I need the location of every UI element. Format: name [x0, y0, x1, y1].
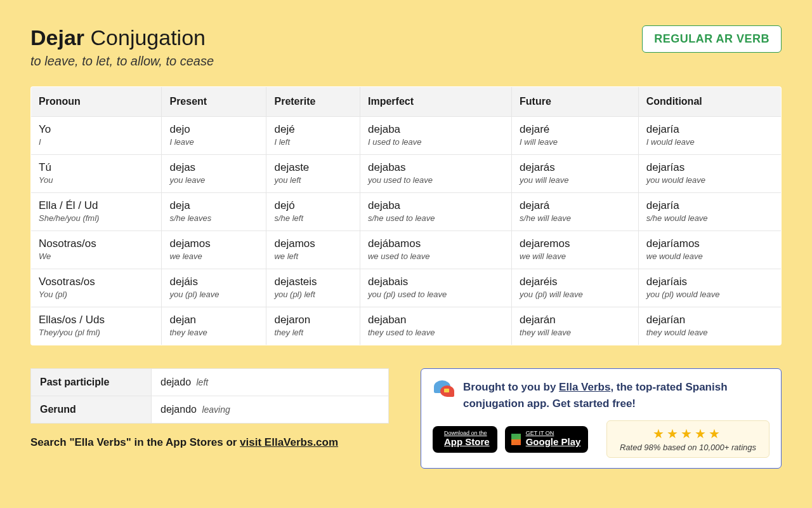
ella-verbs-link[interactable]: Ella Verbs [559, 381, 610, 393]
pronoun-cell: Ella / Él / UdShe/he/you (fml) [31, 193, 162, 231]
search-instruction: Search "Ella Verbs" in the App Stores or… [30, 436, 389, 449]
conjugation-cell: dejaríanthey would leave [638, 307, 781, 345]
conjugation-cell: dejarásyou will leave [512, 155, 639, 193]
conjugation-cell: dejanthey leave [162, 307, 266, 345]
google-play-icon [511, 434, 521, 445]
conjugation-cell: dejós/he left [266, 193, 360, 231]
past-participle-label: Past participle [31, 369, 152, 396]
gerund-label: Gerund [31, 396, 152, 424]
conjugation-cell: dejaréisyou (pl) will leave [512, 269, 639, 307]
verb-definition: to leave, to let, to allow, to cease [30, 54, 214, 69]
conjugation-cell: dejabanthey used to leave [360, 307, 511, 345]
table-row: Ellas/os / UdsThey/you (pl fml)dejanthey… [31, 307, 782, 345]
conjugation-cell: dejas/he leaves [162, 193, 266, 231]
app-logo-icon [433, 379, 455, 402]
conjugation-cell: dejaríamoswe would leave [638, 231, 781, 269]
conjugation-cell: dejarías/he would leave [638, 193, 781, 231]
table-row: TúYoudejasyou leavedejasteyou leftdejaba… [31, 155, 782, 193]
pronoun-cell: Vosotras/osYou (pl) [31, 269, 162, 307]
conjugation-cell: dejamoswe leave [162, 231, 266, 269]
conjugation-cell: dejabasyou used to leave [360, 155, 511, 193]
rating-text: Rated 98% based on 10,000+ ratings [620, 443, 756, 452]
gerund-value: dejando leaving [152, 396, 389, 424]
col-header: Conditional [638, 87, 781, 117]
past-participle-value: dejado left [152, 369, 389, 396]
pronoun-cell: Nosotras/osWe [31, 231, 162, 269]
conjugation-cell: dejabaisyou (pl) used to leave [360, 269, 511, 307]
conjugation-cell: dejoI leave [162, 117, 266, 155]
conjugation-cell: dejamoswe left [266, 231, 360, 269]
title-suffix: Conjugation [91, 25, 206, 50]
conjugation-cell: dejasteisyou (pl) left [266, 269, 360, 307]
conjugation-cell: dejabas/he used to leave [360, 193, 511, 231]
forms-table: Past participle dejado left Gerund dejan… [30, 368, 389, 424]
conjugation-cell: dejaremoswe will leave [512, 231, 639, 269]
conjugation-cell: dejabaI used to leave [360, 117, 511, 155]
col-header: Pronoun [31, 87, 162, 117]
conjugation-cell: dejaríaI would leave [638, 117, 781, 155]
rating-box: ★★★★★ Rated 98% based on 10,000+ ratings [606, 420, 769, 458]
conjugation-cell: dejasyou leave [162, 155, 266, 193]
google-play-badge[interactable]: GET IT ON Google Play [505, 426, 589, 453]
conjugation-table: PronounPresentPreteriteImperfectFutureCo… [30, 86, 782, 345]
promo-text: Brought to you by Ella Verbs, the top-ra… [463, 379, 769, 411]
pronoun-cell: YoI [31, 117, 162, 155]
star-icons: ★★★★★ [620, 426, 756, 441]
conjugation-cell: dejábamoswe used to leave [360, 231, 511, 269]
conjugation-cell: dejasteyou left [266, 155, 360, 193]
promo-panel: Brought to you by Ella Verbs, the top-ra… [421, 368, 782, 469]
verb-name: Dejar [30, 25, 84, 50]
app-store-badge[interactable]: Download on the App Store [433, 426, 497, 453]
conjugation-cell: dejaréI will leave [512, 117, 639, 155]
conjugation-cell: dejaránthey will leave [512, 307, 639, 345]
table-row: Nosotras/osWedejamoswe leavedejamoswe le… [31, 231, 782, 269]
col-header: Imperfect [360, 87, 511, 117]
pronoun-cell: TúYou [31, 155, 162, 193]
col-header: Future [512, 87, 639, 117]
col-header: Present [162, 87, 266, 117]
conjugation-cell: dejáisyou (pl) leave [162, 269, 266, 307]
col-header: Preterite [266, 87, 360, 117]
table-row: Vosotras/osYou (pl)dejáisyou (pl) leaved… [31, 269, 782, 307]
conjugation-cell: dejaríasyou would leave [638, 155, 781, 193]
conjugation-cell: dejarás/he will leave [512, 193, 639, 231]
visit-link[interactable]: visit EllaVerbs.com [240, 436, 338, 448]
conjugation-cell: dejaronthey left [266, 307, 360, 345]
verb-type-badge: REGULAR AR VERB [642, 25, 782, 53]
table-row: Ella / Él / UdShe/he/you (fml)dejas/he l… [31, 193, 782, 231]
conjugation-cell: dejaríaisyou (pl) would leave [638, 269, 781, 307]
table-row: YoIdejoI leavedejéI leftdejabaI used to … [31, 117, 782, 155]
pronoun-cell: Ellas/os / UdsThey/you (pl fml) [31, 307, 162, 345]
page-title: Dejar Conjugation [30, 25, 214, 50]
conjugation-cell: dejéI left [266, 117, 360, 155]
